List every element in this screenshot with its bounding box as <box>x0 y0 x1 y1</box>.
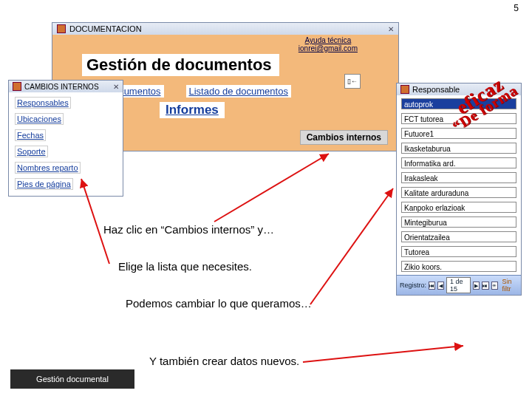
instruction-1: Haz clic en “Cambios internos” y… <box>103 223 274 236</box>
record-navbar: Registro: ⏮ ◀ 1 de 15 ▶ ⏭ ✳ Sin filtr <box>397 275 521 295</box>
form-icon <box>13 82 21 91</box>
nav-position: 1 de 15 <box>446 277 471 293</box>
resp-field-9[interactable]: Orientatzailea <box>401 231 516 242</box>
nav-first-icon[interactable]: ⏮ <box>429 282 435 290</box>
cambios-internos-button[interactable]: Cambios internos <box>300 130 388 145</box>
form-icon <box>400 85 409 94</box>
resp-field-11[interactable]: Zikio koors. <box>401 261 516 272</box>
responsable-window: Responsable autoprok FCT tutorea Futuore… <box>396 83 522 296</box>
cambios-internos-window: CAMBIOS INTERNOS ✕ Responsables Ubicacio… <box>8 80 123 197</box>
ayuda-tecnica-link[interactable]: Ayuda técnica ionrei@gmail.com <box>299 36 358 52</box>
sidebar-item-nombres-reparto[interactable]: Nombres reparto <box>15 162 81 174</box>
listado-documentos-link[interactable]: Listado de documentos <box>186 85 291 98</box>
close-icon[interactable]: ✕ <box>388 25 394 33</box>
informes-link[interactable]: Informes <box>160 102 225 118</box>
exit-button[interactable]: ▯← <box>344 74 361 89</box>
cambios-title: CAMBIOS INTERNOS <box>24 83 99 91</box>
sidebar-item-ubicaciones[interactable]: Ubicaciones <box>15 113 64 125</box>
cambios-titlebar: CAMBIOS INTERNOS ✕ <box>9 81 123 92</box>
resp-field-4[interactable]: Informatika ard. <box>401 157 516 168</box>
nav-last-icon[interactable]: ⏭ <box>482 282 488 290</box>
resp-field-7[interactable]: Kanpoko erlazioak <box>401 202 516 213</box>
svg-line-3 <box>303 346 463 362</box>
sidebar-item-responsables[interactable]: Responsables <box>15 97 71 109</box>
sidebar-item-soporte[interactable]: Soporte <box>15 146 48 157</box>
nav-prev-icon[interactable]: ◀ <box>437 282 444 290</box>
nav-next-icon[interactable]: ▶ <box>473 282 480 290</box>
instruction-2: Elige la lista que necesites. <box>118 260 252 273</box>
svg-line-2 <box>310 188 393 304</box>
cambios-body: Responsables Ubicaciones Fechas Soporte … <box>9 92 123 196</box>
sidebar-item-fechas[interactable]: Fechas <box>15 129 46 141</box>
resp-field-5[interactable]: Irakasleak <box>401 172 516 183</box>
documentacion-titlebar: DOCUMENTACION ✕ <box>52 23 398 35</box>
resp-field-10[interactable]: Tutorea <box>401 246 516 257</box>
responsable-titlebar: Responsable <box>397 83 521 95</box>
responsable-title: Responsable <box>412 85 460 94</box>
resp-field-8[interactable]: Mintegiburua <box>401 216 516 228</box>
sidebar-item-pies-pagina[interactable]: Pies de página <box>15 178 73 190</box>
documentacion-title: DOCUMENTACION <box>69 24 142 33</box>
row-informes: Informes <box>160 102 391 118</box>
footer-label: Gestión documental <box>10 369 134 389</box>
resp-field-1[interactable]: FCT tutorea <box>401 113 516 124</box>
heading: Gestión de documentos <box>86 55 272 75</box>
resp-field-3[interactable]: Ikasketaburua <box>401 143 516 154</box>
ayuda-line1: Ayuda técnica <box>305 36 352 44</box>
responsable-body: autoprok FCT tutorea Futuore1 Ikasketabu… <box>397 95 521 275</box>
heading-box: Gestión de documentos <box>82 54 279 76</box>
close-icon[interactable]: ✕ <box>113 83 119 91</box>
ayuda-line2: ionrei@gmail.com <box>299 44 358 52</box>
svg-line-0 <box>214 154 329 222</box>
nav-new-icon[interactable]: ✳ <box>491 282 498 290</box>
resp-field-6[interactable]: Kalitate arduraduna <box>401 187 516 198</box>
page-number: 5 <box>514 3 519 13</box>
instruction-4: Y también crear datos nuevos. <box>149 355 299 367</box>
nav-label: Registro: <box>400 282 426 289</box>
resp-field-0[interactable]: autoprok <box>401 98 516 109</box>
form-icon <box>57 24 66 33</box>
nav-filter: Sin filtr <box>502 278 518 293</box>
instruction-3: Podemos cambiar lo que queramos… <box>126 297 312 310</box>
resp-field-2[interactable]: Futuore1 <box>401 128 516 139</box>
